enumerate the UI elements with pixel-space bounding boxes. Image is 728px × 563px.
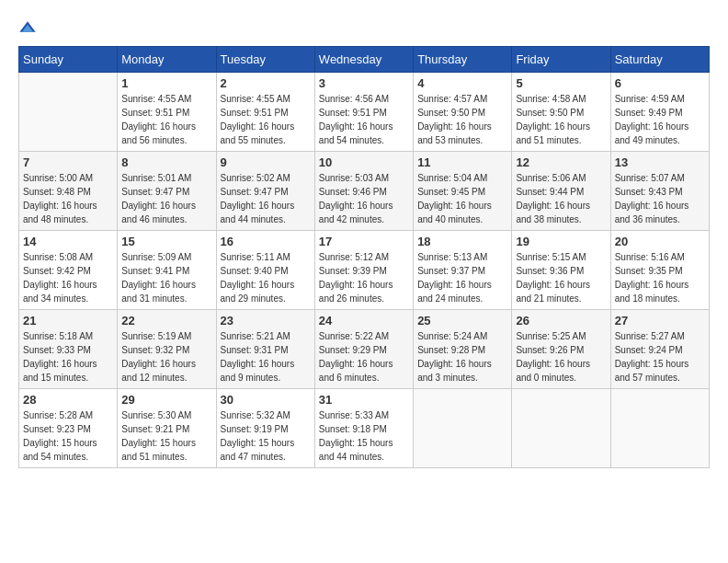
calendar-cell: 7Sunrise: 5:00 AM Sunset: 9:48 PM Daylig… — [19, 152, 118, 231]
day-info: Sunrise: 5:25 AM Sunset: 9:26 PM Dayligh… — [516, 329, 606, 385]
calendar-cell: 11Sunrise: 5:04 AM Sunset: 9:45 PM Dayli… — [414, 152, 512, 231]
calendar-cell: 2Sunrise: 4:55 AM Sunset: 9:51 PM Daylig… — [216, 73, 314, 152]
calendar-header-row: SundayMondayTuesdayWednesdayThursdayFrid… — [19, 47, 710, 73]
day-number: 13 — [615, 155, 705, 169]
header-day-monday: Monday — [118, 47, 216, 73]
logo-icon — [18, 18, 37, 37]
day-info: Sunrise: 5:08 AM Sunset: 9:42 PM Dayligh… — [23, 250, 113, 305]
day-info: Sunrise: 5:03 AM Sunset: 9:46 PM Dayligh… — [319, 171, 409, 226]
calendar-cell: 18Sunrise: 5:13 AM Sunset: 9:37 PM Dayli… — [414, 231, 512, 310]
day-info: Sunrise: 4:55 AM Sunset: 9:51 PM Dayligh… — [121, 92, 211, 147]
calendar-cell — [414, 389, 512, 468]
header-day-sunday: Sunday — [19, 47, 118, 73]
calendar-cell — [19, 73, 118, 152]
day-info: Sunrise: 4:55 AM Sunset: 9:51 PM Dayligh… — [221, 92, 311, 147]
calendar-week-row: 1Sunrise: 4:55 AM Sunset: 9:51 PM Daylig… — [19, 73, 710, 152]
calendar-cell: 30Sunrise: 5:32 AM Sunset: 9:19 PM Dayli… — [216, 389, 314, 468]
day-number: 2 — [221, 76, 311, 90]
day-number: 19 — [516, 235, 606, 248]
day-number: 23 — [221, 314, 311, 327]
calendar-cell: 29Sunrise: 5:30 AM Sunset: 9:21 PM Dayli… — [118, 389, 216, 468]
day-number: 4 — [417, 76, 507, 90]
calendar-cell: 26Sunrise: 5:25 AM Sunset: 9:26 PM Dayli… — [512, 310, 610, 389]
day-info: Sunrise: 5:11 AM Sunset: 9:40 PM Dayligh… — [221, 250, 311, 305]
calendar-cell: 9Sunrise: 5:02 AM Sunset: 9:47 PM Daylig… — [216, 152, 314, 231]
day-number: 20 — [615, 235, 705, 248]
calendar-cell — [512, 389, 610, 468]
header-day-wednesday: Wednesday — [314, 47, 413, 73]
day-info: Sunrise: 5:02 AM Sunset: 9:47 PM Dayligh… — [221, 171, 311, 226]
day-number: 12 — [516, 155, 606, 169]
day-number: 21 — [23, 314, 113, 327]
calendar-cell: 22Sunrise: 5:19 AM Sunset: 9:32 PM Dayli… — [118, 310, 216, 389]
day-number: 29 — [121, 393, 211, 407]
day-info: Sunrise: 5:32 AM Sunset: 9:19 PM Dayligh… — [221, 408, 311, 464]
day-info: Sunrise: 4:57 AM Sunset: 9:50 PM Dayligh… — [417, 92, 507, 147]
day-info: Sunrise: 5:00 AM Sunset: 9:48 PM Dayligh… — [23, 171, 113, 226]
day-number: 9 — [221, 155, 311, 169]
day-number: 17 — [319, 235, 409, 248]
calendar-cell: 16Sunrise: 5:11 AM Sunset: 9:40 PM Dayli… — [216, 231, 314, 310]
day-number: 28 — [23, 393, 113, 407]
calendar-cell: 10Sunrise: 5:03 AM Sunset: 9:46 PM Dayli… — [314, 152, 413, 231]
day-number: 24 — [319, 314, 409, 327]
day-number: 10 — [319, 155, 409, 169]
day-info: Sunrise: 5:04 AM Sunset: 9:45 PM Dayligh… — [417, 171, 507, 226]
calendar-cell: 3Sunrise: 4:56 AM Sunset: 9:51 PM Daylig… — [314, 73, 413, 152]
day-info: Sunrise: 5:07 AM Sunset: 9:43 PM Dayligh… — [615, 171, 705, 226]
calendar-cell — [610, 389, 709, 468]
day-number: 5 — [516, 76, 606, 90]
day-info: Sunrise: 5:24 AM Sunset: 9:28 PM Dayligh… — [417, 329, 507, 385]
calendar-cell: 20Sunrise: 5:16 AM Sunset: 9:35 PM Dayli… — [610, 231, 709, 310]
day-number: 30 — [221, 393, 311, 407]
calendar-cell: 15Sunrise: 5:09 AM Sunset: 9:41 PM Dayli… — [118, 231, 216, 310]
header-day-tuesday: Tuesday — [216, 47, 314, 73]
day-info: Sunrise: 5:13 AM Sunset: 9:37 PM Dayligh… — [417, 250, 507, 305]
calendar-week-row: 7Sunrise: 5:00 AM Sunset: 9:48 PM Daylig… — [19, 152, 710, 231]
calendar-week-row: 21Sunrise: 5:18 AM Sunset: 9:33 PM Dayli… — [19, 310, 710, 389]
header-day-friday: Friday — [512, 47, 610, 73]
day-number: 6 — [615, 76, 705, 90]
day-number: 15 — [121, 235, 211, 248]
day-number: 14 — [23, 235, 113, 248]
header-day-saturday: Saturday — [610, 47, 709, 73]
calendar-week-row: 28Sunrise: 5:28 AM Sunset: 9:23 PM Dayli… — [19, 389, 710, 468]
header-day-thursday: Thursday — [414, 47, 512, 73]
calendar-cell: 5Sunrise: 4:58 AM Sunset: 9:50 PM Daylig… — [512, 73, 610, 152]
logo — [18, 18, 40, 37]
day-info: Sunrise: 4:56 AM Sunset: 9:51 PM Dayligh… — [319, 92, 409, 147]
day-number: 18 — [417, 235, 507, 248]
day-number: 7 — [23, 155, 113, 169]
day-info: Sunrise: 5:16 AM Sunset: 9:35 PM Dayligh… — [615, 250, 705, 305]
day-number: 22 — [121, 314, 211, 327]
calendar-table: SundayMondayTuesdayWednesdayThursdayFrid… — [18, 46, 710, 468]
day-number: 25 — [417, 314, 507, 327]
calendar-cell: 1Sunrise: 4:55 AM Sunset: 9:51 PM Daylig… — [118, 73, 216, 152]
calendar-cell: 13Sunrise: 5:07 AM Sunset: 9:43 PM Dayli… — [610, 152, 709, 231]
day-number: 26 — [516, 314, 606, 327]
day-number: 3 — [319, 76, 409, 90]
calendar-cell: 14Sunrise: 5:08 AM Sunset: 9:42 PM Dayli… — [19, 231, 118, 310]
day-info: Sunrise: 5:01 AM Sunset: 9:47 PM Dayligh… — [121, 171, 211, 226]
day-info: Sunrise: 4:59 AM Sunset: 9:49 PM Dayligh… — [615, 92, 705, 147]
day-number: 16 — [221, 235, 311, 248]
calendar-cell: 12Sunrise: 5:06 AM Sunset: 9:44 PM Dayli… — [512, 152, 610, 231]
day-info: Sunrise: 5:12 AM Sunset: 9:39 PM Dayligh… — [319, 250, 409, 305]
calendar-cell: 27Sunrise: 5:27 AM Sunset: 9:24 PM Dayli… — [610, 310, 709, 389]
day-info: Sunrise: 5:30 AM Sunset: 9:21 PM Dayligh… — [121, 408, 211, 464]
day-info: Sunrise: 5:28 AM Sunset: 9:23 PM Dayligh… — [23, 408, 113, 464]
calendar-cell: 4Sunrise: 4:57 AM Sunset: 9:50 PM Daylig… — [414, 73, 512, 152]
day-number: 8 — [121, 155, 211, 169]
day-info: Sunrise: 5:22 AM Sunset: 9:29 PM Dayligh… — [319, 329, 409, 385]
day-info: Sunrise: 5:27 AM Sunset: 9:24 PM Dayligh… — [615, 329, 705, 385]
day-info: Sunrise: 5:18 AM Sunset: 9:33 PM Dayligh… — [23, 329, 113, 385]
day-info: Sunrise: 5:21 AM Sunset: 9:31 PM Dayligh… — [221, 329, 311, 385]
calendar-cell: 28Sunrise: 5:28 AM Sunset: 9:23 PM Dayli… — [19, 389, 118, 468]
day-number: 11 — [417, 155, 507, 169]
day-number: 27 — [615, 314, 705, 327]
day-info: Sunrise: 4:58 AM Sunset: 9:50 PM Dayligh… — [516, 92, 606, 147]
day-info: Sunrise: 5:33 AM Sunset: 9:18 PM Dayligh… — [319, 408, 409, 464]
day-number: 1 — [121, 76, 211, 90]
calendar-cell: 25Sunrise: 5:24 AM Sunset: 9:28 PM Dayli… — [414, 310, 512, 389]
day-info: Sunrise: 5:09 AM Sunset: 9:41 PM Dayligh… — [121, 250, 211, 305]
